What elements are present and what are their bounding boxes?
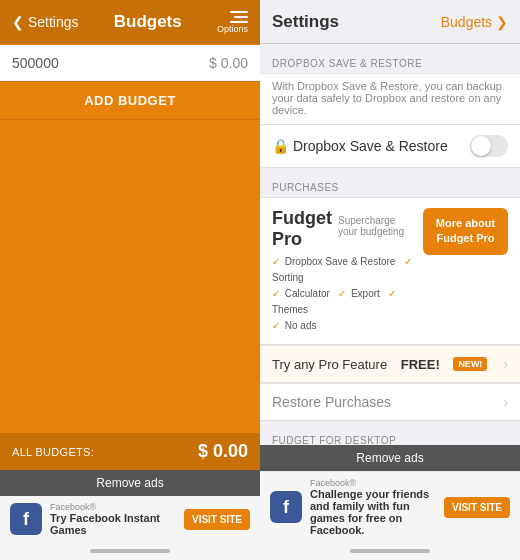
left-title: Budgets xyxy=(114,12,182,32)
right-visit-site-button[interactable]: VISIT SITE xyxy=(444,497,510,518)
restore-chevron-icon: › xyxy=(503,394,508,410)
all-budgets-label: ALL BUDGETS: xyxy=(12,446,94,458)
dropbox-desc: With Dropbox Save & Restore, you can bac… xyxy=(260,73,520,124)
dropbox-toggle-row[interactable]: 🔒 Dropbox Save & Restore xyxy=(260,125,520,167)
check-icon-1: ✓ xyxy=(272,256,280,267)
budget-name: 500000 xyxy=(12,55,59,71)
fudget-pro-title: Fudget Pro xyxy=(272,208,332,250)
left-visit-site-button[interactable]: VISIT SITE xyxy=(184,509,250,530)
options-button[interactable]: Options xyxy=(217,11,248,34)
chevron-right-icon: › xyxy=(503,356,508,372)
left-fb-text: Facebook® Try Facebook Instant Games xyxy=(50,502,176,536)
options-label: Options xyxy=(217,24,248,34)
dropbox-label: 🔒 Dropbox Save & Restore xyxy=(272,138,448,154)
check-icon-3: ✓ xyxy=(272,288,280,299)
left-footer: ALL BUDGETS: $ 0.00 xyxy=(0,433,260,470)
purchases-title-row: Fudget Pro Supercharge your budgeting xyxy=(272,208,415,250)
left-fb-label: Facebook® xyxy=(50,502,176,512)
dropbox-card: 🔒 Dropbox Save & Restore xyxy=(260,124,520,168)
pro-free-label: FREE! xyxy=(401,357,440,372)
left-spacer xyxy=(0,120,260,433)
check-icon-4: ✓ xyxy=(338,288,346,299)
all-budgets-amount: $ 0.00 xyxy=(198,441,248,462)
right-home-indicator xyxy=(260,542,520,560)
facebook-logo: f xyxy=(10,503,42,535)
right-header: Settings Budgets ❯ xyxy=(260,0,520,44)
right-content: DROPBOX SAVE & RESTORE With Dropbox Save… xyxy=(260,44,520,445)
supercharge-label: Supercharge your budgeting xyxy=(338,215,415,237)
pro-feature-row[interactable]: Try any Pro Feature FREE! NEW! › xyxy=(260,345,520,383)
check-icon-6: ✓ xyxy=(272,320,280,331)
purchases-left: Fudget Pro Supercharge your budgeting ✓ … xyxy=(272,208,415,334)
add-budget-button[interactable]: ADD BUDGET xyxy=(0,81,260,120)
more-about-button[interactable]: More about Fudget Pro xyxy=(423,208,508,255)
right-fb-title: Challenge your friends and family with f… xyxy=(310,488,436,536)
options-icon xyxy=(230,11,248,23)
left-header: ❮ Settings Budgets Options xyxy=(0,0,260,44)
restore-purchases-row[interactable]: Restore Purchases › xyxy=(260,383,520,421)
new-badge: NEW! xyxy=(453,357,487,371)
left-panel: ❮ Settings Budgets Options 500000 $ 0.00… xyxy=(0,0,260,560)
right-facebook-logo: f xyxy=(270,491,302,523)
right-budgets-button[interactable]: Budgets ❯ xyxy=(441,14,508,30)
left-home-indicator xyxy=(0,542,260,560)
left-remove-ads-button[interactable]: Remove ads xyxy=(0,470,260,496)
restore-label: Restore Purchases xyxy=(272,394,391,410)
purchases-section-header: PURCHASES xyxy=(260,168,520,197)
purchases-card: Fudget Pro Supercharge your budgeting ✓ … xyxy=(260,197,520,345)
right-fb-ad: f Facebook® Challenge your friends and f… xyxy=(260,471,520,542)
back-button[interactable]: ❮ Settings xyxy=(12,14,78,30)
left-fb-title: Try Facebook Instant Games xyxy=(50,512,176,536)
budget-amount: $ 0.00 xyxy=(209,55,248,71)
left-fb-ad: f Facebook® Try Facebook Instant Games V… xyxy=(0,496,260,542)
budget-row[interactable]: 500000 $ 0.00 xyxy=(0,45,260,81)
feature-list: ✓ Dropbox Save & Restore ✓ Sorting ✓ Cal… xyxy=(272,254,415,334)
right-fb-label: Facebook® xyxy=(310,478,436,488)
toggle-knob xyxy=(471,136,491,156)
try-pro-label: Try any Pro Feature xyxy=(272,357,387,372)
dropbox-section-header: DROPBOX SAVE & RESTORE xyxy=(260,44,520,73)
right-panel: Settings Budgets ❯ DROPBOX SAVE & RESTOR… xyxy=(260,0,520,560)
right-remove-ads-button[interactable]: Remove ads xyxy=(260,445,520,471)
check-icon-5: ✓ xyxy=(388,288,396,299)
right-fb-text: Facebook® Challenge your friends and fam… xyxy=(310,478,436,536)
right-title: Settings xyxy=(272,12,339,32)
right-home-bar xyxy=(350,549,430,553)
dropbox-toggle[interactable] xyxy=(470,135,508,157)
pro-feature-text: Try any Pro Feature FREE! NEW! xyxy=(272,357,487,372)
desktop-section-header: FUDGET FOR DESKTOP xyxy=(260,421,520,445)
home-bar xyxy=(90,549,170,553)
check-icon-2: ✓ xyxy=(404,256,412,267)
